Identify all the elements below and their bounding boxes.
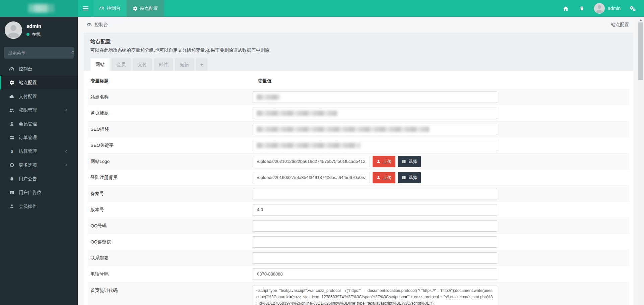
list-icon <box>402 175 406 180</box>
tab-0[interactable]: 网站 <box>90 58 110 71</box>
value-input[interactable] <box>253 124 497 135</box>
sidebar-item-8[interactable]: 用户公告 <box>0 172 78 186</box>
column-header-label: 变量标题 <box>88 78 253 84</box>
page-scrollbar[interactable]: ▲ <box>638 17 644 305</box>
value-input[interactable] <box>253 204 497 216</box>
variable-value-cell: 上传选择 <box>253 156 421 167</box>
variable-value-cell <box>253 282 497 305</box>
navbar-item-site-config[interactable]: 站点配置 <box>127 0 164 17</box>
user-menu[interactable]: admin <box>591 0 623 17</box>
upload-button[interactable]: 上传 <box>373 156 395 167</box>
table-header: 变量标题 变量值 <box>88 77 629 89</box>
table-row: 首页统计代码 <box>88 282 629 305</box>
config-table: 站点名称首页标题SEO描述SEO关键字网站Logo上传选择登陆注册背景上传选择备… <box>88 89 629 305</box>
scrollbar-thumb[interactable] <box>638 22 643 80</box>
add-group-tab[interactable]: + <box>196 58 207 71</box>
svg-text:$: $ <box>10 149 13 154</box>
value-input[interactable] <box>253 108 497 119</box>
table-row: 登陆注册背景上传选择 <box>88 170 629 186</box>
content-area: 控制台 站点配置 站点配置 可以在此增改系统的变量和分组,也可以自定义分组和变量… <box>78 17 638 305</box>
menu-search-input[interactable] <box>4 50 71 55</box>
settings-button[interactable] <box>626 0 639 17</box>
home-icon <box>563 6 569 11</box>
search-button[interactable] <box>71 47 74 59</box>
tab-3[interactable]: 邮件 <box>154 58 173 71</box>
sidebar-item-10[interactable]: 会员操作 <box>0 199 78 213</box>
chevron-left-icon <box>63 108 69 112</box>
tab-2[interactable]: 支付 <box>133 58 152 71</box>
variable-value-cell <box>253 140 497 151</box>
dashboard-icon <box>86 22 92 27</box>
variable-label: QQ群链接 <box>88 239 253 245</box>
sidebar-item-3[interactable]: 权限管理 <box>0 103 78 117</box>
value-input[interactable] <box>253 156 370 167</box>
user-status: 在线 <box>26 32 41 38</box>
value-input[interactable] <box>253 236 497 248</box>
upload-icon <box>376 175 381 180</box>
trash-icon <box>579 6 584 11</box>
sidebar-item-5[interactable]: 订单管理 <box>0 131 78 144</box>
table-row: 网站Logo上传选择 <box>88 154 629 170</box>
value-input[interactable] <box>253 220 497 232</box>
scroll-up-arrow[interactable]: ▲ <box>638 17 644 22</box>
sidebar-item-9[interactable]: 用户广告位 <box>0 186 78 199</box>
table-row: SEO关键字 <box>88 137 629 154</box>
variable-label: QQ号码 <box>88 223 253 229</box>
variable-value-cell <box>253 204 497 216</box>
value-input[interactable] <box>253 92 497 103</box>
variable-label: 版本号 <box>88 207 253 213</box>
value-input[interactable] <box>253 140 497 151</box>
table-row: QQ群链接 <box>88 234 629 250</box>
breadcrumb: 控制台 站点配置 <box>78 17 638 33</box>
sidebar-item-1[interactable]: 站点配置 <box>0 76 78 89</box>
user-operate-icon <box>9 204 15 209</box>
choose-button[interactable]: 选择 <box>398 156 421 167</box>
navbar-right: admin <box>559 0 644 17</box>
app-logo[interactable] <box>0 0 78 17</box>
table-row: 首页标题 <box>88 105 629 121</box>
trash-button[interactable] <box>575 0 589 17</box>
avatar <box>594 3 605 14</box>
chevron-left-icon <box>63 149 69 153</box>
sidebar-item-7[interactable]: 更多选项 <box>0 158 78 172</box>
sidebar-item-2[interactable]: 支付配置 <box>0 89 78 103</box>
home-button[interactable] <box>559 0 573 17</box>
table-row: QQ号码 <box>88 218 629 234</box>
chevron-left-icon <box>63 163 69 167</box>
variable-label: SEO描述 <box>88 126 253 132</box>
value-input[interactable] <box>253 172 370 183</box>
variable-label: 首页统计代码 <box>88 282 253 294</box>
navbar-menu: 控制台站点配置 <box>78 0 164 17</box>
sidebar-toggle-button[interactable] <box>78 0 93 17</box>
table-row: 联系邮箱 <box>88 250 629 266</box>
table-row: 版本号 <box>88 202 629 218</box>
variable-label: 联系邮箱 <box>88 255 253 261</box>
page-description: 可以在此增改系统的变量和分组,也可以自定义分组和变量,如果需要删除请从数据库中删… <box>90 47 627 53</box>
sidebar-item-0[interactable]: 控制台 <box>0 62 78 76</box>
sidebar-search <box>4 47 74 59</box>
variable-label: 备案号 <box>88 191 253 197</box>
stats-code-textarea[interactable] <box>253 286 497 305</box>
variable-value-cell <box>253 188 497 199</box>
variable-value-cell <box>253 236 497 248</box>
group-tabs: 网站会员支付邮件短信+ <box>84 58 633 71</box>
navbar-item-dashboard[interactable]: 控制台 <box>93 0 127 17</box>
tab-4[interactable]: 短信 <box>175 58 194 71</box>
cloud-icon <box>9 94 15 99</box>
briefcase-icon <box>9 135 15 140</box>
breadcrumb-dashboard-link[interactable]: 控制台 <box>86 22 108 28</box>
choose-button[interactable]: 选择 <box>398 172 421 183</box>
variable-value-cell <box>253 220 497 232</box>
sidebar-user-panel: admin 在线 <box>0 17 78 42</box>
sidebar-item-6[interactable]: $结算管理 <box>0 144 78 158</box>
search-icon <box>71 51 74 55</box>
value-input[interactable] <box>253 252 497 264</box>
variable-value-cell <box>253 92 497 103</box>
value-input[interactable] <box>253 268 497 280</box>
tab-1[interactable]: 会员 <box>112 58 131 71</box>
bell-icon <box>9 176 15 181</box>
sidebar-item-4[interactable]: 会员管理 <box>0 117 78 131</box>
upload-button[interactable]: 上传 <box>373 172 395 183</box>
value-input[interactable] <box>253 188 497 199</box>
variable-value-cell <box>253 124 497 135</box>
